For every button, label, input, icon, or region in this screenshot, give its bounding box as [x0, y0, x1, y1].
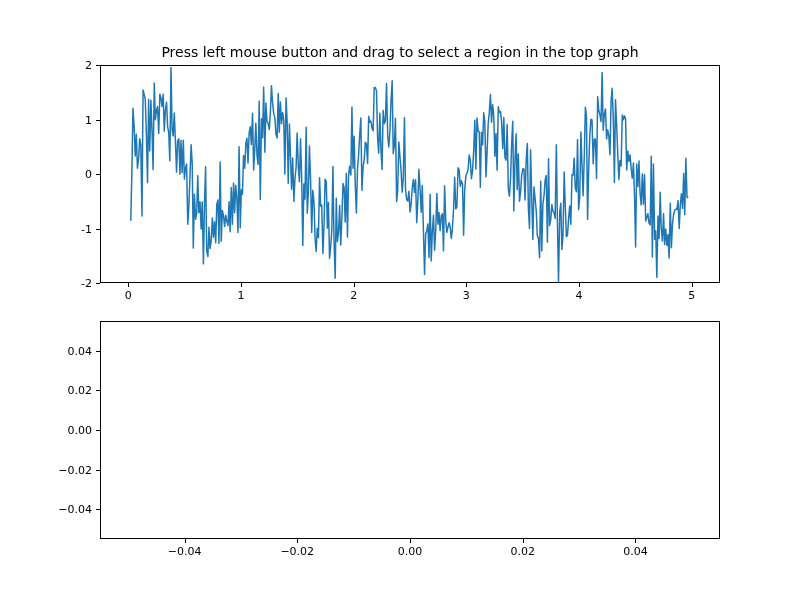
x-tick-label: 0.04: [623, 545, 648, 558]
x-tick-label: 0: [125, 289, 132, 302]
y-tick-label: 1: [62, 113, 92, 126]
x-tick-mark: [692, 283, 693, 287]
plot-title: Press left mouse button and drag to sele…: [0, 44, 800, 60]
x-tick-label: −0.04: [168, 545, 202, 558]
y-tick-label: 0.04: [47, 344, 92, 357]
x-tick-mark: [241, 283, 242, 287]
y-tick-label: 0: [62, 168, 92, 181]
x-tick-label: 1: [237, 289, 244, 302]
y-tick-mark: [96, 283, 100, 284]
y-tick-mark: [96, 430, 100, 431]
figure: Press left mouse button and drag to sele…: [0, 0, 800, 600]
y-tick-mark: [96, 470, 100, 471]
x-tick-mark: [354, 283, 355, 287]
x-tick-label: 0.02: [510, 545, 535, 558]
y-tick-mark: [96, 174, 100, 175]
y-tick-mark: [96, 351, 100, 352]
x-tick-mark: [579, 283, 580, 287]
y-tick-mark: [96, 390, 100, 391]
zoom-line: [101, 322, 719, 538]
y-tick-label: −0.02: [47, 463, 92, 476]
y-tick-label: 2: [62, 59, 92, 72]
y-tick-label: -2: [62, 277, 92, 290]
x-tick-label: 4: [576, 289, 583, 302]
y-tick-mark: [96, 229, 100, 230]
bottom-plot-area[interactable]: [100, 321, 720, 539]
noisy-sine-line: [101, 66, 719, 282]
y-tick-label: 0.00: [47, 424, 92, 437]
y-tick-label: −0.04: [47, 503, 92, 516]
y-tick-label: -1: [62, 222, 92, 235]
x-tick-label: 5: [688, 289, 695, 302]
x-tick-label: 0.00: [398, 545, 423, 558]
x-tick-label: −0.02: [280, 545, 314, 558]
top-plot-area[interactable]: [100, 65, 720, 283]
y-tick-mark: [96, 65, 100, 66]
x-tick-label: 3: [463, 289, 470, 302]
x-tick-mark: [185, 539, 186, 543]
x-tick-mark: [466, 283, 467, 287]
x-tick-mark: [523, 539, 524, 543]
y-tick-mark: [96, 509, 100, 510]
x-tick-mark: [297, 539, 298, 543]
x-tick-mark: [410, 539, 411, 543]
x-tick-label: 2: [350, 289, 357, 302]
x-tick-mark: [128, 283, 129, 287]
y-tick-label: 0.02: [47, 384, 92, 397]
y-tick-mark: [96, 120, 100, 121]
x-tick-mark: [635, 539, 636, 543]
